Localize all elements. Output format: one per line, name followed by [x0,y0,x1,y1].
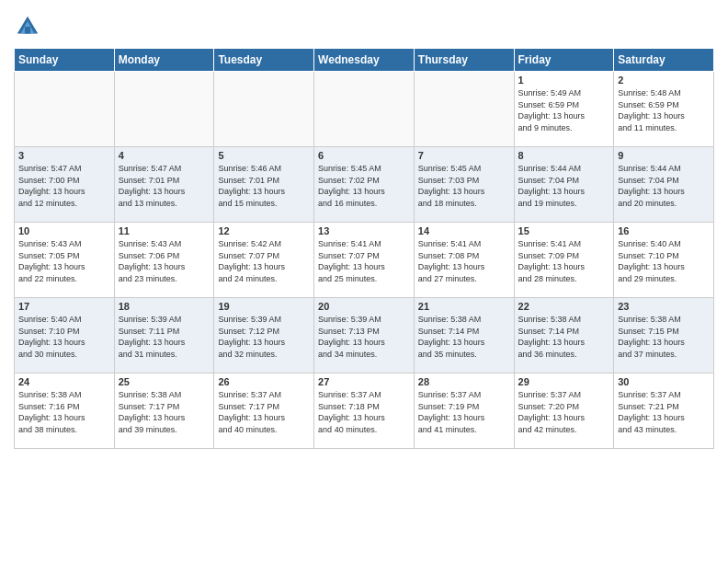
day-number: 16 [618,225,710,236]
calendar-header-monday: Monday [114,49,214,72]
day-number: 20 [318,301,410,312]
calendar-cell-2-7: 9Sunrise: 5:44 AM Sunset: 7:04 PM Daylig… [614,147,714,223]
calendar-cell-3-6: 15Sunrise: 5:41 AM Sunset: 7:09 PM Dayli… [514,223,614,298]
calendar-header-friday: Friday [514,49,614,72]
calendar-cell-4-4: 20Sunrise: 5:39 AM Sunset: 7:13 PM Dayli… [314,298,415,373]
calendar-week-4: 17Sunrise: 5:40 AM Sunset: 7:10 PM Dayli… [15,298,714,373]
day-info: Sunrise: 5:38 AM Sunset: 7:16 PM Dayligh… [18,389,110,435]
day-info: Sunrise: 5:45 AM Sunset: 7:02 PM Dayligh… [318,163,410,209]
calendar-cell-4-7: 23Sunrise: 5:38 AM Sunset: 7:15 PM Dayli… [614,298,714,373]
calendar-cell-4-2: 18Sunrise: 5:39 AM Sunset: 7:11 PM Dayli… [114,298,214,373]
day-number: 26 [218,376,310,387]
calendar-cell-4-3: 19Sunrise: 5:39 AM Sunset: 7:12 PM Dayli… [214,298,314,373]
day-number: 14 [418,225,510,236]
logo [14,13,45,40]
day-info: Sunrise: 5:41 AM Sunset: 7:08 PM Dayligh… [418,238,510,284]
calendar-header-saturday: Saturday [614,49,714,72]
day-number: 2 [618,75,710,86]
day-info: Sunrise: 5:38 AM Sunset: 7:17 PM Dayligh… [119,389,210,435]
calendar-cell-1-6: 1Sunrise: 5:49 AM Sunset: 6:59 PM Daylig… [514,72,614,147]
day-info: Sunrise: 5:48 AM Sunset: 6:59 PM Dayligh… [618,87,710,133]
calendar-cell-1-3 [214,72,314,147]
day-number: 5 [218,150,310,161]
day-number: 24 [18,376,110,387]
day-info: Sunrise: 5:39 AM Sunset: 7:11 PM Dayligh… [119,314,210,360]
day-info: Sunrise: 5:49 AM Sunset: 6:59 PM Dayligh… [518,87,610,133]
day-info: Sunrise: 5:38 AM Sunset: 7:15 PM Dayligh… [618,314,710,360]
day-info: Sunrise: 5:37 AM Sunset: 7:18 PM Dayligh… [318,389,410,435]
day-info: Sunrise: 5:39 AM Sunset: 7:12 PM Dayligh… [218,314,310,360]
day-info: Sunrise: 5:47 AM Sunset: 7:01 PM Dayligh… [119,163,210,209]
calendar-header-tuesday: Tuesday [214,49,314,72]
calendar-header-row: SundayMondayTuesdayWednesdayThursdayFrid… [15,49,714,72]
calendar-cell-3-5: 14Sunrise: 5:41 AM Sunset: 7:08 PM Dayli… [414,223,514,298]
svg-rect-2 [25,27,30,34]
page: SundayMondayTuesdayWednesdayThursdayFrid… [0,0,728,563]
calendar-cell-2-5: 7Sunrise: 5:45 AM Sunset: 7:03 PM Daylig… [414,147,514,223]
day-info: Sunrise: 5:47 AM Sunset: 7:00 PM Dayligh… [18,163,110,209]
day-info: Sunrise: 5:37 AM Sunset: 7:19 PM Dayligh… [418,389,510,435]
calendar-cell-3-3: 12Sunrise: 5:42 AM Sunset: 7:07 PM Dayli… [214,223,314,298]
day-info: Sunrise: 5:37 AM Sunset: 7:17 PM Dayligh… [218,389,310,435]
day-number: 12 [218,225,310,236]
day-number: 19 [218,301,310,312]
day-info: Sunrise: 5:45 AM Sunset: 7:03 PM Dayligh… [418,163,510,209]
calendar-cell-4-1: 17Sunrise: 5:40 AM Sunset: 7:10 PM Dayli… [15,298,115,373]
day-number: 30 [618,376,710,387]
calendar-cell-4-5: 21Sunrise: 5:38 AM Sunset: 7:14 PM Dayli… [414,298,514,373]
calendar-table: SundayMondayTuesdayWednesdayThursdayFrid… [14,48,714,449]
day-info: Sunrise: 5:37 AM Sunset: 7:21 PM Dayligh… [618,389,710,435]
calendar-cell-2-1: 3Sunrise: 5:47 AM Sunset: 7:00 PM Daylig… [15,147,115,223]
calendar-cell-4-6: 22Sunrise: 5:38 AM Sunset: 7:14 PM Dayli… [514,298,614,373]
day-number: 22 [518,301,610,312]
day-number: 27 [318,376,410,387]
day-number: 4 [119,150,210,161]
day-info: Sunrise: 5:37 AM Sunset: 7:20 PM Dayligh… [518,389,610,435]
day-info: Sunrise: 5:40 AM Sunset: 7:10 PM Dayligh… [18,314,110,360]
calendar-cell-5-1: 24Sunrise: 5:38 AM Sunset: 7:16 PM Dayli… [15,373,115,449]
day-number: 11 [119,225,210,236]
calendar-cell-5-4: 27Sunrise: 5:37 AM Sunset: 7:18 PM Dayli… [314,373,415,449]
calendar-cell-3-1: 10Sunrise: 5:43 AM Sunset: 7:05 PM Dayli… [15,223,115,298]
day-info: Sunrise: 5:44 AM Sunset: 7:04 PM Dayligh… [618,163,710,209]
day-number: 23 [618,301,710,312]
day-info: Sunrise: 5:43 AM Sunset: 7:06 PM Dayligh… [119,238,210,284]
day-number: 18 [119,301,210,312]
calendar-cell-2-3: 5Sunrise: 5:46 AM Sunset: 7:01 PM Daylig… [214,147,314,223]
day-number: 29 [518,376,610,387]
calendar-cell-5-5: 28Sunrise: 5:37 AM Sunset: 7:19 PM Dayli… [414,373,514,449]
day-info: Sunrise: 5:46 AM Sunset: 7:01 PM Dayligh… [218,163,310,209]
day-info: Sunrise: 5:43 AM Sunset: 7:05 PM Dayligh… [18,238,110,284]
day-info: Sunrise: 5:38 AM Sunset: 7:14 PM Dayligh… [418,314,510,360]
logo-icon [14,13,41,40]
day-info: Sunrise: 5:40 AM Sunset: 7:10 PM Dayligh… [618,238,710,284]
calendar-header-wednesday: Wednesday [314,49,415,72]
calendar-cell-3-7: 16Sunrise: 5:40 AM Sunset: 7:10 PM Dayli… [614,223,714,298]
day-number: 15 [518,225,610,236]
calendar-week-3: 10Sunrise: 5:43 AM Sunset: 7:05 PM Dayli… [15,223,714,298]
calendar-cell-5-2: 25Sunrise: 5:38 AM Sunset: 7:17 PM Dayli… [114,373,214,449]
calendar-cell-5-3: 26Sunrise: 5:37 AM Sunset: 7:17 PM Dayli… [214,373,314,449]
day-number: 17 [18,301,110,312]
calendar-header-sunday: Sunday [15,49,115,72]
calendar-week-1: 1Sunrise: 5:49 AM Sunset: 6:59 PM Daylig… [15,72,714,147]
day-info: Sunrise: 5:42 AM Sunset: 7:07 PM Dayligh… [218,238,310,284]
day-number: 1 [518,75,610,86]
day-number: 3 [18,150,110,161]
calendar-cell-1-1 [15,72,115,147]
day-number: 8 [518,150,610,161]
header [14,9,714,40]
day-number: 6 [318,150,410,161]
day-number: 9 [618,150,710,161]
day-number: 28 [418,376,510,387]
day-info: Sunrise: 5:39 AM Sunset: 7:13 PM Dayligh… [318,314,410,360]
day-number: 25 [119,376,210,387]
calendar-header-thursday: Thursday [414,49,514,72]
calendar-cell-2-4: 6Sunrise: 5:45 AM Sunset: 7:02 PM Daylig… [314,147,415,223]
calendar-cell-1-5 [414,72,514,147]
day-info: Sunrise: 5:41 AM Sunset: 7:07 PM Dayligh… [318,238,410,284]
calendar-cell-1-7: 2Sunrise: 5:48 AM Sunset: 6:59 PM Daylig… [614,72,714,147]
calendar-week-5: 24Sunrise: 5:38 AM Sunset: 7:16 PM Dayli… [15,373,714,449]
calendar-cell-3-2: 11Sunrise: 5:43 AM Sunset: 7:06 PM Dayli… [114,223,214,298]
calendar-cell-1-2 [114,72,214,147]
